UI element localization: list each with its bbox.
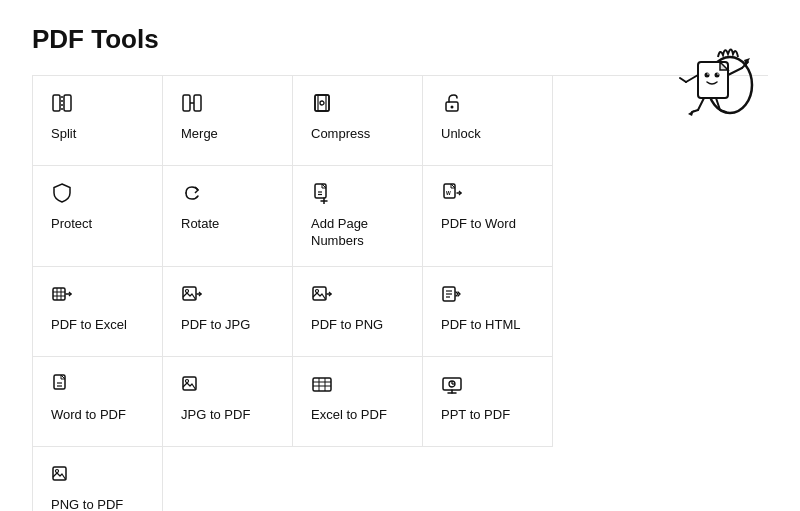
- pdftoword-icon: W: [441, 182, 463, 208]
- exceltopdf-icon: [311, 373, 333, 399]
- split-icon: [51, 92, 73, 118]
- svg-point-57: [715, 73, 720, 78]
- tool-card-merge[interactable]: Merge: [163, 76, 293, 166]
- pdftopng-label: PDF to PNG: [311, 317, 383, 334]
- svg-rect-1: [64, 95, 71, 111]
- tool-card-pdftojpg[interactable]: PDF to JPG: [163, 267, 293, 357]
- pdftohtml-icon: [441, 283, 463, 309]
- page-title: PDF Tools: [32, 24, 768, 55]
- svg-rect-6: [315, 95, 329, 111]
- page-container: PDF Tools Split Merge Compress Unlock Pr…: [0, 0, 800, 511]
- svg-line-65: [698, 98, 704, 110]
- pdftojpg-label: PDF to JPG: [181, 317, 250, 334]
- ppttopdf-icon: [441, 373, 463, 399]
- mascot-illustration: [660, 10, 780, 140]
- tool-card-pdftoword[interactable]: W PDF to Word: [423, 166, 553, 267]
- protect-label: Protect: [51, 216, 92, 233]
- tool-card-pdftopng[interactable]: PDF to PNG: [293, 267, 423, 357]
- tool-card-wordtopdf[interactable]: Word to PDF: [33, 357, 163, 447]
- split-label: Split: [51, 126, 76, 143]
- svg-rect-7: [315, 95, 329, 111]
- svg-point-53: [56, 469, 59, 472]
- wordtopdf-icon: [51, 373, 73, 399]
- protect-icon: [51, 182, 73, 208]
- tool-card-jpgtopdf[interactable]: JPG to PDF: [163, 357, 293, 447]
- ppttopdf-label: PPT to PDF: [441, 407, 510, 424]
- merge-icon: [181, 92, 203, 118]
- wordtopdf-label: Word to PDF: [51, 407, 126, 424]
- tool-card-compress[interactable]: Compress: [293, 76, 423, 166]
- svg-marker-69: [688, 110, 694, 116]
- tool-card-exceltopdf[interactable]: Excel to PDF: [293, 357, 423, 447]
- svg-rect-8: [318, 95, 326, 111]
- svg-point-58: [707, 73, 709, 75]
- tools-grid: Split Merge Compress Unlock Protect Rota…: [32, 75, 768, 511]
- pdftoword-label: PDF to Word: [441, 216, 516, 233]
- tool-card-ppttopdf[interactable]: PPT to PDF: [423, 357, 553, 447]
- tool-card-protect[interactable]: Protect: [33, 166, 163, 267]
- pdftopng-icon: [311, 283, 333, 309]
- addpage-label: Add Page Numbers: [311, 216, 404, 250]
- pdftohtml-label: PDF to HTML: [441, 317, 520, 334]
- tool-card-pdftohtml[interactable]: PDF to HTML: [423, 267, 553, 357]
- svg-rect-4: [194, 95, 201, 111]
- rotate-icon: [181, 182, 203, 208]
- jpgtopdf-icon: [181, 373, 203, 399]
- svg-point-9: [320, 101, 324, 105]
- svg-point-40: [186, 379, 189, 382]
- rotate-label: Rotate: [181, 216, 219, 233]
- jpgtopdf-label: JPG to PDF: [181, 407, 250, 424]
- svg-point-56: [705, 73, 710, 78]
- pngtopdf-label: PNG to PDF: [51, 497, 123, 511]
- compress-icon: [311, 92, 333, 118]
- exceltopdf-label: Excel to PDF: [311, 407, 387, 424]
- tool-card-pdftoexcel[interactable]: PDF to Excel: [33, 267, 163, 357]
- tool-card-addpage[interactable]: Add Page Numbers: [293, 166, 423, 267]
- svg-point-30: [316, 289, 319, 292]
- pngtopdf-icon: [51, 463, 73, 489]
- pdftoexcel-icon: [51, 283, 73, 309]
- svg-point-59: [717, 73, 719, 75]
- unlock-label: Unlock: [441, 126, 481, 143]
- svg-line-61: [680, 78, 686, 82]
- svg-line-60: [686, 75, 698, 82]
- tool-card-split[interactable]: Split: [33, 76, 163, 166]
- tool-card-rotate[interactable]: Rotate: [163, 166, 293, 267]
- tool-card-unlock[interactable]: Unlock: [423, 76, 553, 166]
- compress-label: Compress: [311, 126, 370, 143]
- svg-rect-20: [53, 288, 65, 300]
- merge-label: Merge: [181, 126, 218, 143]
- tool-card-pngtopdf[interactable]: PNG to PDF: [33, 447, 163, 511]
- unlock-icon: [441, 92, 463, 118]
- main-content: PDF Tools Split Merge Compress Unlock Pr…: [32, 24, 768, 511]
- svg-point-27: [186, 289, 189, 292]
- pdftojpg-icon: [181, 283, 203, 309]
- addpage-icon: [311, 182, 333, 208]
- svg-text:W: W: [446, 190, 451, 196]
- svg-line-62: [728, 68, 742, 75]
- pdftoexcel-label: PDF to Excel: [51, 317, 127, 334]
- svg-point-11: [451, 106, 454, 109]
- svg-rect-3: [183, 95, 190, 111]
- svg-rect-0: [53, 95, 60, 111]
- svg-rect-41: [313, 378, 331, 391]
